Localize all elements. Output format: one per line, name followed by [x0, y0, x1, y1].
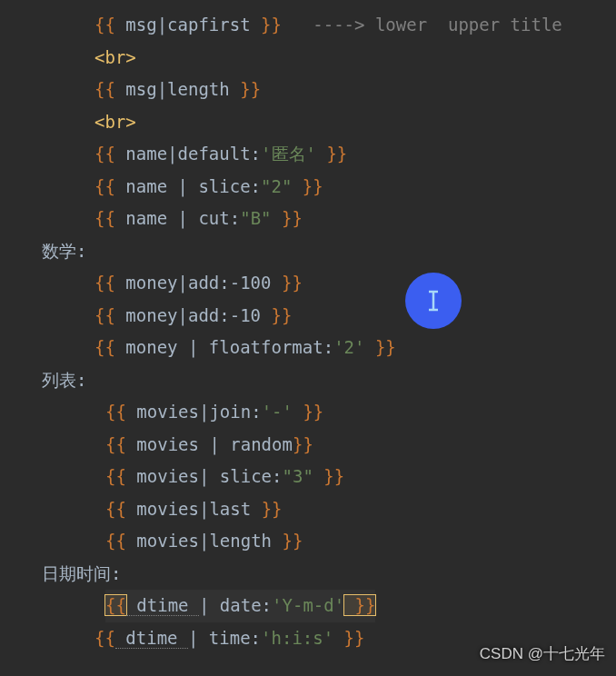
code-line[interactable]: {{ movies | random}}: [42, 429, 616, 462]
delim-open: {{: [94, 15, 115, 35]
pipe: |: [178, 208, 188, 228]
delim-open: {{: [104, 594, 127, 616]
delim-close: }}: [282, 273, 303, 293]
filter: join:: [209, 402, 261, 422]
section-heading[interactable]: 列表:: [42, 364, 616, 397]
tag-open: <: [94, 47, 104, 67]
delim-close: }}: [283, 531, 303, 551]
string: '-': [262, 402, 293, 422]
pipe: |: [199, 595, 209, 615]
variable: money: [115, 337, 188, 357]
filter: floatformat:: [198, 337, 333, 357]
code-line[interactable]: {{ name | cut:"B" }}: [42, 203, 616, 235]
filter: length: [167, 79, 240, 99]
filter: length: [209, 531, 282, 551]
delim-open: {{: [94, 144, 115, 164]
section-heading[interactable]: 日期时间:: [42, 558, 616, 591]
heading-text: 日期时间:: [42, 563, 121, 583]
delim-open: {{: [94, 208, 115, 228]
watermark: CSDN @十七光年: [480, 640, 605, 669]
variable: movies: [126, 531, 199, 551]
variable: name: [115, 144, 167, 164]
delim-open: {{: [105, 531, 126, 551]
delim-close: }}: [240, 79, 261, 99]
string: 'h:i:s': [261, 628, 333, 648]
pipe: |: [178, 273, 188, 293]
code-line[interactable]: {{ msg|capfirst }} ----> lower upper tit…: [42, 9, 616, 42]
pipe: |: [188, 337, 198, 357]
delim-close: }}: [333, 628, 364, 648]
variable: dtime: [115, 628, 188, 649]
pipe: |: [188, 628, 198, 648]
filter: add:-10: [188, 305, 272, 325]
delim-close: }}: [364, 337, 395, 357]
code-line[interactable]: {{ movies|join:'-' }}: [42, 396, 616, 429]
cursor-icon: [405, 273, 462, 329]
variable: msg: [115, 79, 157, 99]
code-line[interactable]: {{ money|add:-10 }}: [42, 300, 616, 333]
pipe: |: [199, 466, 209, 486]
delim-open: {{: [94, 305, 115, 325]
filter: date:: [209, 595, 272, 615]
heading-text: 列表:: [42, 370, 86, 390]
delim-open: {{: [94, 628, 115, 648]
variable: name: [115, 176, 178, 196]
heading-text: 数学:: [42, 241, 86, 261]
code-line[interactable]: {{ movies|last }}: [42, 493, 616, 526]
filter: slice:: [188, 176, 261, 196]
filter: time:: [198, 628, 261, 648]
delim-close: }}: [272, 305, 293, 325]
filter: last: [209, 499, 261, 519]
filter: cut:: [188, 208, 240, 228]
delim-close: }}: [262, 499, 283, 519]
string: "2": [261, 176, 292, 196]
pipe: |: [178, 305, 188, 325]
variable: name: [115, 208, 178, 228]
tag-open: <: [94, 112, 104, 132]
code-line[interactable]: {{ name|default:'匿名' }}: [42, 138, 616, 171]
string: "3": [283, 466, 313, 486]
tag-name: br: [104, 47, 125, 67]
code-line[interactable]: {{ money | floatformat:'2' }}: [42, 332, 616, 364]
delim-close: }}: [313, 466, 344, 486]
string: '2': [333, 337, 364, 357]
filter: capfirst: [167, 15, 261, 35]
code-line[interactable]: {{ movies| slice:"3" }}: [42, 461, 616, 493]
variable: money: [115, 305, 178, 325]
filter: add:-100: [188, 273, 282, 293]
delim-open: {{: [105, 402, 126, 422]
delim-open: {{: [105, 434, 126, 454]
pipe: |: [178, 176, 188, 196]
code-line-active[interactable]: {{ dtime | date:'Y-m-d' }}: [42, 590, 616, 622]
tag-close: >: [125, 112, 135, 132]
code-line[interactable]: <br>: [42, 42, 616, 75]
variable: money: [115, 273, 178, 293]
delim-close: }}: [343, 594, 376, 616]
variable: movies: [126, 499, 199, 519]
string: 'Y-m-d': [272, 595, 344, 615]
delim-close: }}: [292, 176, 323, 196]
variable: msg: [115, 15, 157, 35]
pipe: |: [199, 499, 209, 519]
section-heading[interactable]: 数学:: [42, 235, 616, 268]
delim-close: }}: [293, 402, 323, 422]
delim-close: }}: [316, 144, 347, 164]
pipe: |: [167, 144, 177, 164]
code-line[interactable]: {{ msg|length }}: [42, 74, 616, 106]
pipe: |: [209, 434, 219, 454]
filter: default:: [178, 144, 262, 164]
code-line[interactable]: {{ movies|length }}: [42, 525, 616, 558]
variable: movies: [126, 402, 199, 422]
tag-close: >: [125, 47, 135, 67]
delim-close: }}: [293, 434, 313, 454]
delim-open: {{: [94, 79, 115, 99]
code-line[interactable]: {{ money|add:-100 }}: [42, 267, 616, 300]
code-line[interactable]: <br>: [42, 106, 616, 139]
pipe: |: [157, 79, 167, 99]
comment: ----> lower upper title: [282, 15, 562, 35]
variable: movies: [126, 434, 210, 454]
variable: movies: [126, 466, 199, 486]
delim-open: {{: [105, 499, 126, 519]
code-line[interactable]: {{ name | slice:"2" }}: [42, 171, 616, 204]
string: '匿名': [261, 144, 316, 164]
